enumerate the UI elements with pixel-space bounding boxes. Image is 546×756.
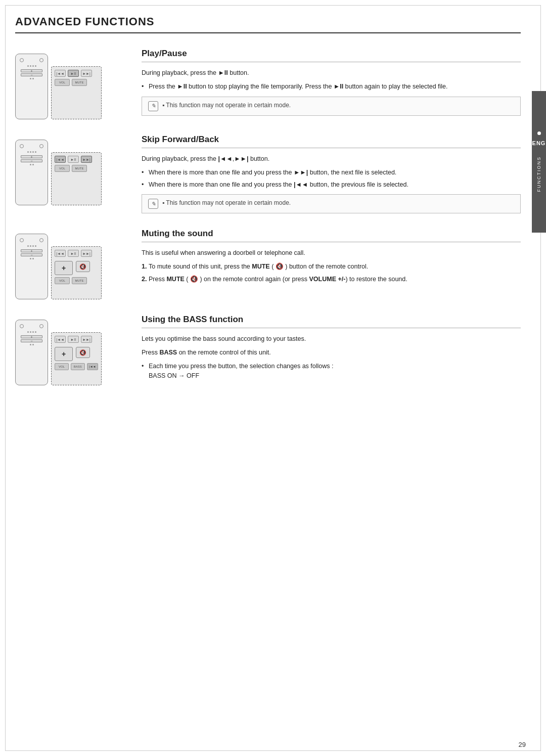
side-tab-eng: ENG <box>532 140 546 146</box>
section-content-play-pause: Play/Pause During playback, press the ►I… <box>142 49 521 116</box>
remote-1: + − <box>15 54 48 119</box>
remote-func-4 <box>39 324 43 328</box>
remote-dots-5 <box>27 245 36 247</box>
speaker-labels-2: VOL MUTE <box>55 165 98 172</box>
side-tab-functions-label: FUNCTIONS <box>536 156 541 192</box>
next-btn-4: ►►| <box>81 336 92 343</box>
play-btn-4: ►II <box>68 336 79 343</box>
section-mute: + − |◄◄ ►II ►►| + <box>15 229 521 299</box>
page-header: ADVANCED FUNCTIONS <box>15 15 521 33</box>
bass-icon-btn: 🔇 <box>76 347 90 358</box>
mute-label: MUTE <box>72 79 87 86</box>
section-content-mute: Muting the sound This is useful when ans… <box>142 229 521 288</box>
remote-power-2 <box>20 144 24 148</box>
prev-btn-2: |◄◄ <box>55 156 66 163</box>
remote-vol-minus-2: − <box>21 159 42 162</box>
prev-btn: |◄◄ <box>55 70 66 77</box>
remote-dots-4 <box>30 164 34 165</box>
remote-3: + − <box>15 234 48 299</box>
remote-func-btn <box>39 58 43 62</box>
remote-vol-plus-3: + <box>21 249 42 252</box>
remote-power-row-2 <box>18 144 46 148</box>
mute-desc: This is useful when answering a doorbell… <box>142 248 521 258</box>
remote-vol-plus-4: + <box>21 335 42 338</box>
remote-power-4 <box>20 324 24 328</box>
remote-dots-1 <box>27 65 36 67</box>
mute-icon-btn: 🔇 <box>76 261 90 272</box>
speaker-panel-1: |◄◄ ►II ►►| VOL MUTE <box>51 66 102 119</box>
page-number: 29 <box>519 741 526 748</box>
bullet-item: When there is more than one file and you… <box>142 168 521 177</box>
skip-mini: |◄◄ <box>87 363 98 370</box>
remote-vol-4: + − <box>18 335 46 342</box>
section-play-pause: + − |◄◄ ►II ►►| VOL <box>15 49 521 119</box>
mute-label-3: MUTE <box>72 277 87 284</box>
heading-mute: Muting the sound <box>142 229 521 242</box>
vol-label-2: VOL <box>55 165 70 172</box>
mute-label-2: MUTE <box>72 165 87 172</box>
remote-func-3 <box>39 238 43 242</box>
section-image-bass: + − |◄◄ ►II ►►| + <box>15 320 126 385</box>
next-btn: ►►| <box>81 70 92 77</box>
bullet-item: When there is more than one file and you… <box>142 180 521 190</box>
ordered-item-2: 2. Press MUTE ( 🔇 ) on the remote contro… <box>142 275 521 284</box>
bass-desc: Lets you optimise the bass sound accordi… <box>142 334 521 344</box>
ordered-item-1: 1. To mute sound of this unit, press the… <box>142 262 521 272</box>
heading-skip: Skip Forward/Back <box>142 135 521 148</box>
bass-top-row: |◄◄ ►II ►►| <box>55 336 98 343</box>
bass-label: BASS <box>71 363 85 370</box>
remote-vol-2: + − <box>18 155 46 162</box>
remote-illustration-3: + − |◄◄ ►II ►►| + <box>15 234 126 299</box>
section-image-skip: + − |◄◄ ►II ►►| VOL <box>15 140 126 205</box>
vol-label-4: VOL <box>55 363 69 370</box>
heading-play-pause: Play/Pause <box>142 49 521 62</box>
remote-vol-plus-2: + <box>21 155 42 158</box>
skip-bullets: When there is more than one file and you… <box>142 168 521 190</box>
bass-press-desc: Press BASS on the remote control of this… <box>142 348 521 358</box>
remote-power-row-4 <box>18 324 46 328</box>
speaker-panel-3: |◄◄ ►II ►►| + 🔇 VOL MUTE <box>51 246 102 299</box>
remote-illustration-4: + − |◄◄ ►II ►►| + <box>15 320 126 385</box>
side-tab-dot <box>537 131 541 135</box>
note-icon: ✎ <box>148 101 158 111</box>
remote-dots-3 <box>27 151 36 153</box>
section-bass: + − |◄◄ ►II ►►| + <box>15 315 521 385</box>
remote-2: + − <box>15 140 48 205</box>
prev-btn-3: |◄◄ <box>55 250 66 257</box>
remote-power-row <box>18 58 46 62</box>
transport-row-3: |◄◄ ►II ►►| <box>55 250 98 257</box>
page-title: ADVANCED FUNCTIONS <box>15 15 521 28</box>
remote-4: + − <box>15 320 48 385</box>
play-pause-desc: During playback, press the ►II button. <box>142 68 521 78</box>
note-icon-2: ✎ <box>148 199 158 209</box>
play-pause-btn: ►II <box>68 70 79 77</box>
note-text: ▪ This function may not operate in certa… <box>162 101 291 110</box>
bass-large-row: + 🔇 <box>55 347 98 361</box>
remote-illustration-1: + − |◄◄ ►II ►►| VOL <box>15 54 126 119</box>
bass-bullets: Each time you press the button, the sele… <box>142 362 521 381</box>
transport-row-2: |◄◄ ►II ►►| <box>55 156 98 163</box>
remote-dots-8 <box>30 344 34 345</box>
plus-large-btn: + <box>55 261 73 275</box>
remote-func-2 <box>39 144 43 148</box>
speaker-labels-3: VOL MUTE <box>55 277 98 284</box>
skip-desc: During playback, press the |◄◄,►►| butto… <box>142 154 521 164</box>
remote-vol-3: + − <box>18 249 46 256</box>
remote-vol-minus-4: − <box>21 339 42 342</box>
speaker-panel-4: |◄◄ ►II ►►| + 🔇 VOL BASS |◄◄ <box>51 332 102 385</box>
remote-power-row-3 <box>18 238 46 242</box>
section-image-mute: + − |◄◄ ►II ►►| + <box>15 234 126 299</box>
bass-bottom-row: VOL BASS |◄◄ <box>55 363 98 370</box>
play-pause-bullets: Press the ►II button to stop playing the… <box>142 82 521 92</box>
bullet-item: Press the ►II button to stop playing the… <box>142 82 521 92</box>
remote-vol-minus-3: − <box>21 253 42 256</box>
transport-row: |◄◄ ►II ►►| <box>55 70 98 77</box>
side-tab: ENG FUNCTIONS <box>532 91 546 233</box>
next-btn-2: ►►| <box>81 156 92 163</box>
section-skip: + − |◄◄ ►II ►►| VOL <box>15 135 521 213</box>
section-image-play-pause: + − |◄◄ ►II ►►| VOL <box>15 54 126 119</box>
vol-label-3: VOL <box>55 277 70 284</box>
plus-large-btn-4: + <box>55 347 73 361</box>
section-content-bass: Using the BASS function Lets you optimis… <box>142 315 521 385</box>
heading-bass: Using the BASS function <box>142 315 521 328</box>
